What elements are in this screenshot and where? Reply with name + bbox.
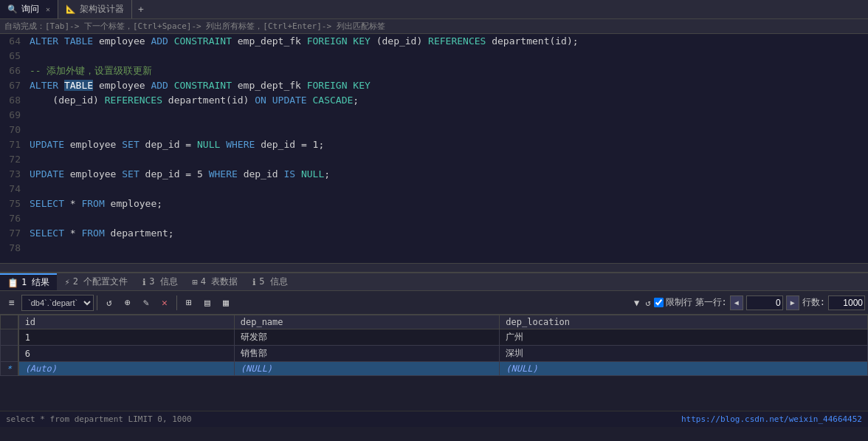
first-row-input[interactable] (746, 295, 783, 310)
code-token: FROM (81, 228, 110, 239)
code-token: department; (111, 228, 174, 239)
tab-result[interactable]: 📋 1 结果 (0, 273, 57, 290)
tab-info2-label: 5 信息 (259, 276, 287, 288)
code-token: department(id); (492, 35, 578, 47)
tab-close-icon[interactable]: ✕ (46, 5, 50, 13)
toolbar-rows-btn[interactable]: ▤ (199, 294, 216, 312)
table-row (30, 241, 865, 256)
cell-new-id: (Auto) (18, 362, 235, 376)
filter-icon[interactable]: ▼ (634, 298, 639, 308)
code-token: dep_id (261, 139, 301, 150)
toolbar: ≡ `db4`.`depart` ↺ ⊕ ✎ ✕ ⊞ ▤ ▦ ▼ ↺ 限制行 第… (0, 291, 868, 315)
tab-query[interactable]: 🔍 询问 ✕ (0, 0, 58, 18)
tab-add-button[interactable]: + (132, 0, 150, 18)
code-token: UPDATE (272, 95, 313, 106)
data-table: id dep_name dep_location 1 研发部 广州 6 销售部 … (0, 315, 868, 376)
col-dep-location[interactable]: dep_location (500, 315, 868, 329)
limit-checkbox[interactable] (654, 298, 664, 307)
table-row (30, 182, 865, 196)
code-lines[interactable]: ALTER TABLE employee ADD CONSTRAINT emp_… (27, 34, 868, 263)
cell-dep-location: 广州 (500, 329, 868, 346)
code-token: = (185, 139, 197, 150)
horizontal-scrollbar[interactable] (0, 263, 868, 272)
code-token: WHERE (209, 168, 244, 180)
toolbar-delete-btn[interactable]: ✕ (156, 294, 173, 312)
line-number: 70 (6, 123, 21, 137)
result-icon: 📋 (7, 278, 18, 288)
line-number: 73 (6, 167, 21, 182)
tab-info-label: 3 信息 (149, 276, 177, 288)
col-dep-name[interactable]: dep_name (234, 315, 500, 329)
toolbar-menu-btn[interactable]: ≡ (3, 294, 21, 312)
code-token: NULL (301, 168, 324, 180)
code-token: UPDATE (30, 168, 70, 180)
table-row: ALTER TABLE employee ADD CONSTRAINT emp_… (30, 78, 865, 93)
toolbar-add-btn[interactable]: ⊕ (119, 294, 137, 312)
cell-dep-location: 深圳 (500, 346, 868, 362)
code-token: * (70, 228, 82, 239)
status-bar: select * from department LIMIT 0, 1000 h… (0, 411, 868, 427)
line-number: 66 (6, 64, 21, 78)
toolbar-refresh-btn[interactable]: ↺ (100, 294, 118, 312)
row-marker (1, 329, 18, 346)
editor-area[interactable]: 646566676869707172737475767778 ALTER TAB… (0, 34, 868, 263)
code-token: KEY (353, 80, 370, 91)
table-row (30, 49, 865, 64)
table-new-row[interactable]: * (Auto) (NULL) (NULL) (1, 362, 868, 376)
query-icon: 🔍 (7, 4, 18, 14)
code-token: SET (122, 168, 145, 180)
tab-info[interactable]: ℹ 3 信息 (135, 273, 185, 290)
code-token: TABLE (64, 80, 93, 91)
db-selector[interactable]: `db4`.`depart` (21, 295, 94, 311)
nav-next-btn[interactable]: ▶ (786, 295, 799, 310)
hint-bar: 自动完成：[Tab]-> 下一个标签，[Ctrl+Space]-> 列出所有标签… (0, 19, 868, 34)
row-count-input[interactable] (828, 295, 865, 310)
tab-info2[interactable]: ℹ 5 信息 (245, 273, 294, 290)
cell-new-dep-name: (NULL) (234, 362, 500, 376)
line-number: 69 (6, 108, 21, 123)
code-token: REFERENCES (105, 95, 168, 106)
tab-query-label: 询问 (21, 3, 39, 16)
table-row: (dep_id) REFERENCES department(id) ON UP… (30, 93, 865, 108)
code-token: dep_id (244, 168, 284, 180)
code-token: WHERE (226, 139, 261, 150)
code-token: (dep_id) (376, 35, 428, 47)
toolbar-grid-btn[interactable]: ⊞ (180, 294, 198, 312)
code-token: ALTER (30, 80, 64, 91)
tab-tabledata[interactable]: ⊞ 4 表数据 (185, 273, 246, 290)
row-count-label: 行数: (802, 296, 825, 309)
line-number: 65 (6, 49, 21, 64)
code-token: (dep_id) (30, 95, 105, 106)
refresh-icon[interactable]: ↺ (645, 298, 650, 308)
table-row[interactable]: 1 研发部 广州 (1, 329, 868, 346)
nav-prev-btn[interactable]: ◀ (730, 295, 743, 310)
toolbar-sep-1 (97, 295, 97, 310)
toolbar-cols-btn[interactable]: ▦ (217, 294, 235, 312)
code-token: ADD (151, 35, 173, 47)
tab-schema[interactable]: 📐 架构设计器 (58, 0, 132, 18)
first-row-label: 第一行: (695, 296, 727, 309)
toolbar-right: ▼ ↺ 限制行 第一行: ◀ ▶ 行数: (634, 295, 865, 310)
status-query: select * from department LIMIT 0, 1000 (6, 414, 192, 424)
tabledata-icon: ⊞ (193, 277, 198, 287)
line-number: 78 (6, 241, 21, 256)
bottom-tab-bar: 📋 1 结果 ⚡ 2 个配置文件 ℹ 3 信息 ⊞ 4 表数据 ℹ 5 信息 (0, 272, 868, 291)
tab-profile[interactable]: ⚡ 2 个配置文件 (57, 273, 135, 290)
cell-dep-name: 研发部 (234, 329, 500, 346)
toolbar-edit-btn[interactable]: ✎ (137, 294, 155, 312)
cell-dep-name: 销售部 (234, 346, 500, 362)
code-token: ON (255, 95, 272, 106)
code-token: KEY (353, 35, 376, 47)
table-row: UPDATE employee SET dep_id = 5 WHERE dep… (30, 167, 865, 182)
info2-icon: ℹ (252, 277, 256, 287)
col-id[interactable]: id (18, 315, 235, 329)
code-token: employee (99, 35, 151, 47)
line-number: 72 (6, 152, 21, 167)
line-number: 75 (6, 196, 21, 211)
table-row[interactable]: 6 销售部 深圳 (1, 346, 868, 362)
line-number: 74 (6, 182, 21, 196)
table-row: SELECT * FROM department; (30, 226, 865, 241)
limit-label: 限制行 (666, 296, 692, 309)
code-token: ADD (151, 80, 173, 91)
code-token: FROM (81, 198, 110, 209)
